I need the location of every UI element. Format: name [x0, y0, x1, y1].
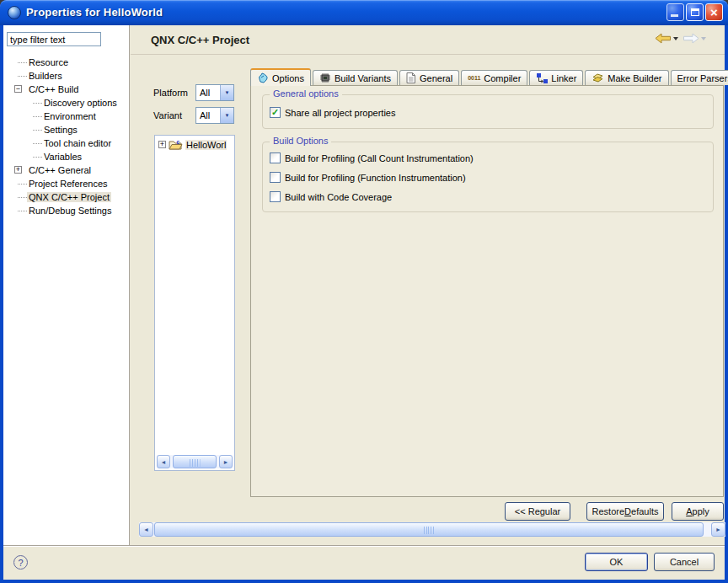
- tab-folder: Options Build Variants General 0011 Comp…: [250, 67, 724, 497]
- sidebar-item-cpp-general[interactable]: +C/C++ General: [3, 163, 129, 177]
- sidebar-item-environment[interactable]: Environment: [3, 110, 129, 123]
- variant-select[interactable]: All ▼: [195, 107, 234, 124]
- expand-icon[interactable]: +: [158, 141, 166, 148]
- titlebar[interactable]: Properties for HelloWorld ×: [0, 0, 728, 25]
- filter-input[interactable]: [7, 32, 101, 46]
- close-icon: ×: [710, 6, 718, 19]
- page-title: QNX C/C++ Project: [151, 34, 249, 46]
- expand-icon[interactable]: +: [14, 166, 22, 174]
- apply-button[interactable]: Apply: [672, 502, 724, 521]
- project-tree-item[interactable]: + c HelloWorl: [155, 136, 234, 150]
- header-separator: [131, 54, 725, 55]
- checkbox-label: Share all project properties: [285, 108, 395, 118]
- properties-tree: Resource Builders −C/C++ Build Discovery…: [3, 56, 129, 217]
- scrollbar-thumb[interactable]: [154, 522, 704, 537]
- tab-bar: Options Build Variants General 0011 Comp…: [250, 67, 728, 85]
- back-dropdown-icon[interactable]: [673, 37, 678, 40]
- sidebar-item-cpp-build[interactable]: −C/C++ Build: [3, 83, 129, 96]
- tab-make-builder[interactable]: Make Builder: [585, 70, 668, 85]
- build-options-group: Build Options Build for Profiling (Call …: [262, 142, 714, 212]
- options-icon: [257, 72, 269, 83]
- document-icon: [406, 72, 416, 83]
- tab-linker[interactable]: Linker: [529, 70, 583, 85]
- maximize-icon: [691, 8, 699, 16]
- forward-dropdown-icon[interactable]: [701, 37, 706, 40]
- group-title: Build Options: [270, 136, 331, 146]
- check-icon: ✓: [271, 108, 279, 117]
- tab-build-variants[interactable]: Build Variants: [313, 70, 398, 85]
- share-properties-checkbox[interactable]: ✓: [270, 107, 281, 118]
- restore-defaults-button[interactable]: Restore Defaults: [586, 502, 664, 521]
- project-tree-hscrollbar[interactable]: ◄ ►: [157, 455, 233, 468]
- tab-general[interactable]: General: [399, 70, 459, 85]
- chip-icon: [319, 72, 331, 83]
- scrollbar-thumb[interactable]: [173, 455, 217, 468]
- sidebar-item-project-references[interactable]: Project References: [3, 177, 129, 190]
- forward-button[interactable]: [682, 33, 708, 44]
- sidebar-item-run-debug-settings[interactable]: Run/Debug Settings: [3, 204, 129, 217]
- share-properties-checkbox-row: ✓ Share all project properties: [270, 107, 395, 118]
- variant-label: Variant: [153, 110, 195, 120]
- properties-dialog: Properties for HelloWorld × Resource Bui…: [0, 0, 728, 583]
- tab-error-parsers[interactable]: Error Parsers: [671, 70, 728, 85]
- project-tree-panel: + c HelloWorl ◄ ►: [154, 135, 235, 471]
- tab-compiler[interactable]: 0011 Compiler: [461, 70, 527, 85]
- forward-icon: [682, 33, 699, 44]
- general-options-group: General options ✓ Share all project prop…: [262, 94, 714, 129]
- svg-text:c: c: [177, 139, 180, 145]
- dialog-body: Resource Builders −C/C++ Build Discovery…: [3, 25, 725, 580]
- profiling-function-checkbox-row: Build for Profiling (Function Instrument…: [270, 172, 466, 183]
- regular-button[interactable]: << Regular: [505, 502, 570, 521]
- help-icon: ?: [18, 558, 23, 568]
- checkbox-label: Build for Profiling (Function Instrument…: [285, 173, 466, 183]
- window-title: Properties for HelloWorld: [26, 6, 163, 19]
- compiler-icon: 0011: [468, 75, 480, 81]
- make-builder-icon: [592, 72, 604, 83]
- c-project-folder-icon: c: [169, 139, 183, 150]
- sidebar-item-variables[interactable]: Variables: [3, 150, 129, 163]
- cancel-button[interactable]: Cancel: [654, 553, 715, 571]
- code-coverage-checkbox-row: Build with Code Coverage: [270, 191, 392, 202]
- options-tab-panel: General options ✓ Share all project prop…: [250, 85, 724, 497]
- profiling-call-count-checkbox-row: Build for Profiling (Call Count Instrume…: [270, 152, 474, 163]
- sidebar-item-settings[interactable]: Settings: [3, 123, 129, 136]
- window-icon: [8, 6, 21, 19]
- collapse-icon[interactable]: −: [14, 85, 22, 93]
- code-coverage-checkbox[interactable]: [270, 191, 281, 202]
- platform-label: Platform: [153, 88, 195, 98]
- content-area: QNX C/C++ Project Platform All ▼: [131, 25, 725, 545]
- footer-bar: ? OK Cancel: [3, 545, 725, 580]
- sidebar-item-resource[interactable]: Resource: [3, 56, 129, 69]
- chevron-down-icon[interactable]: ▼: [220, 108, 233, 123]
- chevron-down-icon[interactable]: ▼: [220, 85, 233, 100]
- sidebar-item-builders[interactable]: Builders: [3, 69, 129, 83]
- ok-button[interactable]: OK: [585, 553, 648, 571]
- content-hscrollbar[interactable]: ◄ ►: [139, 522, 725, 537]
- minimize-icon: [671, 14, 678, 17]
- scroll-right-icon[interactable]: ►: [711, 522, 725, 537]
- back-button[interactable]: [655, 33, 680, 44]
- back-icon: [655, 33, 672, 44]
- sidebar-item-tool-chain-editor[interactable]: Tool chain editor: [3, 136, 129, 150]
- group-title: General options: [270, 88, 342, 99]
- sidebar-item-qnx-cpp-project[interactable]: QNX C/C++ Project: [3, 190, 129, 204]
- platform-select[interactable]: All ▼: [195, 84, 234, 101]
- sidebar-item-discovery-options[interactable]: Discovery options: [3, 96, 129, 110]
- help-button[interactable]: ?: [13, 555, 28, 570]
- checkbox-label: Build for Profiling (Call Count Instrume…: [285, 153, 474, 163]
- tab-options[interactable]: Options: [250, 68, 311, 86]
- scroll-left-icon[interactable]: ◄: [157, 455, 170, 468]
- checkbox-label: Build with Code Coverage: [285, 192, 392, 202]
- scroll-right-icon[interactable]: ►: [219, 455, 233, 468]
- maximize-button[interactable]: [686, 3, 704, 21]
- sidebar: Resource Builders −C/C++ Build Discovery…: [3, 25, 130, 545]
- linker-icon: [536, 72, 548, 83]
- scroll-left-icon[interactable]: ◄: [139, 522, 153, 537]
- profiling-function-checkbox[interactable]: [270, 172, 281, 183]
- close-button[interactable]: ×: [705, 3, 723, 21]
- profiling-call-count-checkbox[interactable]: [270, 152, 281, 163]
- minimize-button[interactable]: [666, 3, 684, 21]
